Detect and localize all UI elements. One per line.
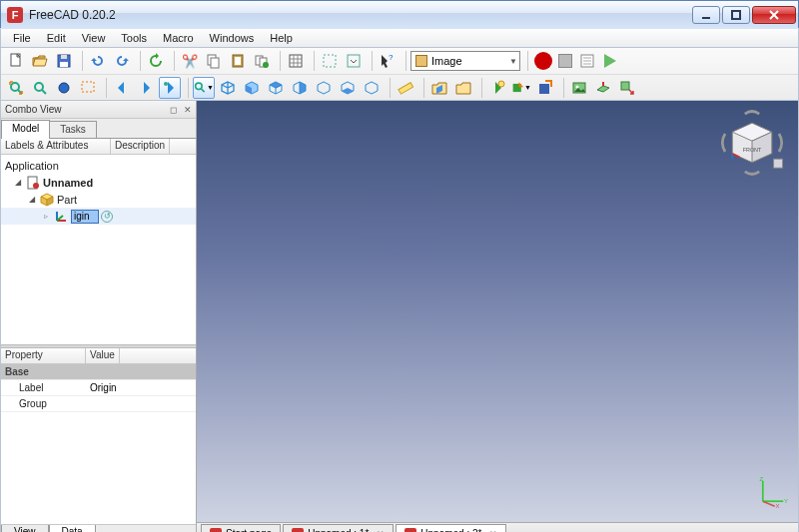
bounding-box-button[interactable] <box>319 50 341 72</box>
tree-row-document[interactable]: ◢ Unnamed <box>1 174 196 191</box>
tab-data[interactable]: Data <box>49 525 96 532</box>
close-tab-icon[interactable]: ✕ <box>377 529 385 533</box>
menu-help[interactable]: Help <box>262 30 301 46</box>
col-value[interactable]: Value <box>86 348 120 363</box>
svg-point-29 <box>35 83 43 91</box>
image-open-button[interactable] <box>568 77 590 99</box>
prop-row-label[interactable]: LabelOrigin <box>1 380 196 396</box>
duplicate-button[interactable] <box>251 50 273 72</box>
view-rear-button[interactable] <box>313 77 335 99</box>
tree-row-origin[interactable]: ▹ igin ↺ <box>1 208 196 225</box>
workbench-selector[interactable]: Image ▼ <box>410 51 520 71</box>
svg-point-14 <box>263 62 269 68</box>
close-tab-icon[interactable]: ✕ <box>489 529 497 533</box>
tree-header: Labels & Attributes Description <box>1 139 196 155</box>
draw-style-button[interactable] <box>53 77 75 99</box>
menu-edit[interactable]: Edit <box>39 30 74 46</box>
fit-selection-button[interactable] <box>29 77 51 99</box>
macro-run-button[interactable] <box>604 54 616 68</box>
part-button[interactable] <box>428 77 450 99</box>
tree-label-part: Part <box>57 194 77 206</box>
macro-stop-button[interactable] <box>558 54 572 68</box>
prop-group-base[interactable]: Base <box>1 364 196 380</box>
col-desc[interactable]: Description <box>111 139 170 154</box>
dropdown-button[interactable] <box>343 50 365 72</box>
doc-icon <box>404 528 416 533</box>
redo-button[interactable] <box>111 50 133 72</box>
image-scale-button[interactable] <box>616 77 638 99</box>
view-front-button[interactable] <box>241 77 263 99</box>
doc-tab-unnamed-1[interactable]: Unnamed : 1*✕ <box>283 524 394 532</box>
spreadsheet-button[interactable] <box>285 50 307 72</box>
view-top-button[interactable] <box>265 77 287 99</box>
menu-tools[interactable]: Tools <box>113 30 155 46</box>
menu-file[interactable]: File <box>5 30 39 46</box>
separator <box>79 51 83 71</box>
navigation-cube[interactable]: FRONT <box>716 107 788 179</box>
twister-icon[interactable]: ◢ <box>13 178 23 187</box>
zoom-region-button[interactable] <box>77 77 99 99</box>
sync-view-button[interactable]: ▼ <box>193 77 215 99</box>
svg-point-33 <box>164 82 168 86</box>
model-tree[interactable]: Application ◢ Unnamed ◢ Part ▹ igin ↺ <box>1 155 196 344</box>
link-nav-button[interactable] <box>159 77 181 99</box>
window-minimize-button[interactable] <box>692 6 720 24</box>
separator <box>369 51 373 71</box>
import-links-button[interactable] <box>534 77 556 99</box>
tab-view[interactable]: View <box>1 525 49 532</box>
open-button[interactable] <box>29 50 51 72</box>
window-titlebar: F FreeCAD 0.20.2 <box>0 0 799 28</box>
svg-text:Y: Y <box>784 498 788 504</box>
nav-prev-button[interactable] <box>111 77 133 99</box>
save-button[interactable] <box>53 50 75 72</box>
menu-windows[interactable]: Windows <box>202 30 263 46</box>
doc-tab-unnamed-2[interactable]: Unnamed : 2*✕ <box>396 524 506 532</box>
view-right-button[interactable] <box>289 77 311 99</box>
view-bottom-button[interactable] <box>337 77 359 99</box>
paste-button[interactable] <box>227 50 249 72</box>
prop-row-group[interactable]: Group <box>1 396 196 412</box>
copy-button[interactable] <box>203 50 225 72</box>
panel-title-label: Combo View <box>5 104 62 115</box>
make-link-button[interactable] <box>486 77 508 99</box>
macro-list-button[interactable] <box>576 50 598 72</box>
whats-this-button[interactable]: ? <box>377 50 399 72</box>
menu-view[interactable]: View <box>74 30 114 46</box>
measure-button[interactable] <box>395 77 416 99</box>
undo-button[interactable] <box>87 50 109 72</box>
tree-row-part[interactable]: ◢ Part <box>1 191 196 208</box>
image-plane-button[interactable] <box>592 77 614 99</box>
tree-row-application[interactable]: Application <box>1 157 196 174</box>
refresh-button[interactable] <box>145 50 167 72</box>
view-left-button[interactable] <box>361 77 383 99</box>
new-doc-button[interactable] <box>5 50 27 72</box>
view-iso-button[interactable] <box>217 77 239 99</box>
link-actions-button[interactable]: ▼ <box>510 77 532 99</box>
col-labels[interactable]: Labels & Attributes <box>1 139 111 154</box>
twister-icon[interactable]: ◢ <box>27 195 37 204</box>
twister-icon[interactable]: ▹ <box>41 212 51 221</box>
separator <box>137 51 141 71</box>
svg-text:X: X <box>776 503 780 508</box>
group-button[interactable] <box>452 77 474 99</box>
tab-model[interactable]: Model <box>1 120 50 139</box>
macro-record-button[interactable] <box>534 52 552 70</box>
origin-label-edit[interactable]: igin <box>71 210 99 224</box>
toolbars: ✂️ ? Image ▼ ▼ <box>0 48 799 101</box>
window-close-button[interactable] <box>752 6 796 24</box>
property-table[interactable]: Base LabelOrigin Group <box>1 364 196 412</box>
menu-macro[interactable]: Macro <box>155 30 202 46</box>
origin-icon <box>54 210 68 224</box>
window-maximize-button[interactable] <box>722 6 750 24</box>
3d-viewport[interactable]: FRONT Z Y X Start page Unnamed : 1*✕ Unn… <box>197 101 798 532</box>
panel-close-button[interactable]: ✕ <box>184 105 192 115</box>
nav-next-button[interactable] <box>135 77 157 99</box>
doc-tab-start[interactable]: Start page <box>201 524 281 532</box>
axis-indicator: Z Y X <box>756 474 790 508</box>
cut-button[interactable]: ✂️ <box>179 50 201 72</box>
tab-tasks[interactable]: Tasks <box>49 121 97 138</box>
svg-rect-36 <box>399 82 413 93</box>
col-property[interactable]: Property <box>1 348 86 363</box>
fit-all-button[interactable] <box>5 77 27 99</box>
panel-float-button[interactable]: ◻ <box>170 105 177 115</box>
